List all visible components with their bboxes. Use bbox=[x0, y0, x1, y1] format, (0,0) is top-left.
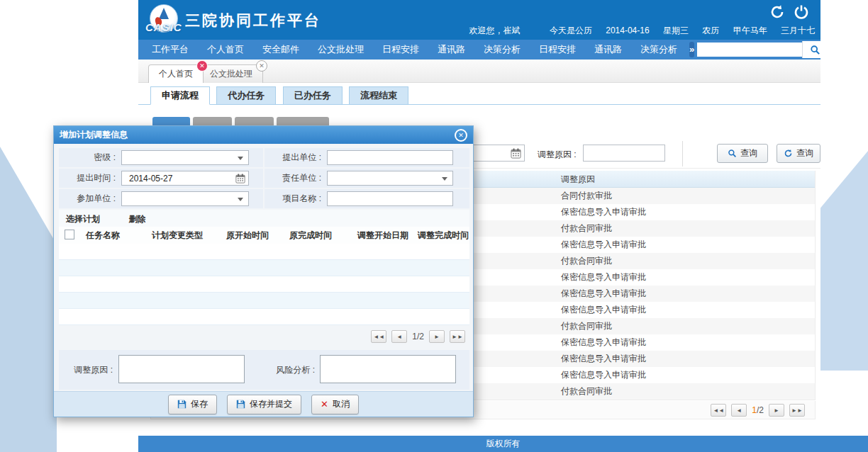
duty-unit-label: 责任单位 : bbox=[265, 172, 327, 184]
footer-copyright: 版权所有 bbox=[138, 436, 868, 452]
main-nav: 工作平台 个人首页 安全邮件 公文批处理 日程安排 通讯路 决策分析 日程安排 … bbox=[138, 40, 820, 60]
col-adjust-start: 调整开始日期 bbox=[357, 230, 408, 242]
first-page-button[interactable]: ◄◄ bbox=[711, 404, 726, 417]
filter-reason-label: 调整原因 : bbox=[538, 149, 577, 161]
dialog-close-icon[interactable]: ✕ bbox=[455, 129, 467, 142]
save-submit-button-label: 保存并提交 bbox=[250, 398, 292, 410]
propose-time-label: 提出时间 : bbox=[59, 172, 121, 184]
tab-apply-flow[interactable]: 申请流程 bbox=[150, 86, 210, 105]
save-button[interactable]: 保存 bbox=[168, 395, 217, 414]
reset-button-label: 查询 bbox=[796, 147, 813, 159]
project-name-input[interactable] bbox=[327, 191, 453, 206]
welcome-user: 欢迎您，崔斌 bbox=[469, 26, 521, 35]
save-and-submit-button[interactable]: 保存并提交 bbox=[227, 395, 301, 414]
search-button[interactable] bbox=[802, 41, 827, 58]
nav-item-personal-home[interactable]: 个人首页 bbox=[198, 40, 253, 60]
tab-flow-finished[interactable]: 流程结束 bbox=[349, 86, 408, 105]
cancel-button-label: 取消 bbox=[333, 398, 350, 410]
tab-todo-tasks[interactable]: 代办任务 bbox=[216, 86, 276, 105]
add-plan-adjustment-dialog: 增加计划调整信息 ✕ 密级 : 提出单位 : 提出时间 : 2014-05-27 bbox=[53, 125, 474, 417]
logo-text: CASIC bbox=[145, 21, 182, 33]
propose-unit-input[interactable] bbox=[327, 150, 453, 165]
select-plan-link[interactable]: 选择计划 bbox=[66, 214, 100, 224]
risk-analysis-label: 风险分析 : bbox=[262, 364, 315, 376]
empty-grid-row bbox=[59, 260, 469, 276]
flow-tab-strip: 申请流程 代办任务 已办任务 流程结束 bbox=[138, 86, 820, 105]
tab-done-tasks[interactable]: 已办任务 bbox=[283, 86, 343, 105]
select-all-checkbox[interactable] bbox=[65, 230, 74, 239]
reset-query-button[interactable]: 查询 bbox=[777, 144, 820, 163]
nav-item-secure-mail[interactable]: 安全邮件 bbox=[253, 40, 308, 60]
settings-button[interactable]: ⚙ 设置 bbox=[837, 38, 857, 62]
nav-item-document-batch[interactable]: 公文批处理 bbox=[308, 40, 373, 60]
field-propose-time: 提出时间 : 2014-05-27 bbox=[59, 169, 263, 188]
settings-label: 设置 bbox=[850, 38, 858, 62]
propose-unit-label: 提出单位 : bbox=[265, 152, 327, 164]
propose-time-date-input[interactable]: 2014-05-27 bbox=[121, 171, 249, 186]
next-page-button[interactable]: ► bbox=[769, 404, 784, 417]
field-join-unit: 参加单位 : bbox=[59, 189, 263, 208]
power-icon[interactable] bbox=[794, 4, 809, 20]
decorative-ribbon-right bbox=[820, 151, 868, 371]
nav-item-contacts-2[interactable]: 通讯路 bbox=[585, 40, 631, 60]
next-page-button[interactable]: ► bbox=[429, 330, 445, 343]
save-floppy-icon bbox=[177, 400, 187, 409]
plan-grid-body bbox=[59, 244, 469, 325]
decorative-ribbon-left bbox=[0, 147, 57, 452]
col-orig-start: 原开始时间 bbox=[226, 230, 269, 242]
cancel-x-icon: ✕ bbox=[321, 400, 328, 409]
delete-link[interactable]: 删除 bbox=[128, 214, 145, 224]
last-page-button[interactable]: ►► bbox=[789, 404, 805, 417]
nav-item-schedule[interactable]: 日程安排 bbox=[373, 40, 428, 60]
close-tab-icon[interactable]: ✕ bbox=[256, 60, 267, 72]
empty-grid-row bbox=[59, 293, 469, 309]
first-page-button[interactable]: ◄◄ bbox=[371, 330, 386, 343]
refresh-icon[interactable] bbox=[769, 4, 785, 20]
query-button[interactable]: 查询 bbox=[717, 144, 768, 163]
top-header: CASIC 三院协同工作平台 欢迎您，崔斌 今天是公历 2014-04-16 星… bbox=[138, 0, 820, 40]
adjust-reason-label: 调整原因 : bbox=[59, 364, 113, 376]
dialog-form: 密级 : 提出单位 : 提出时间 : 2014-05-27 bbox=[59, 148, 469, 208]
last-page-button[interactable]: ►► bbox=[450, 330, 465, 343]
col-adjust-finish: 调整完成时间 bbox=[418, 230, 469, 242]
join-unit-label: 参加单位 : bbox=[59, 193, 121, 205]
window-tab-strip: 个人首页 ✕ 公文批处理 ✕ bbox=[138, 60, 820, 83]
nav-item-decision-analysis[interactable]: 决策分析 bbox=[474, 40, 530, 60]
nav-item-decision-analysis-2[interactable]: 决策分析 bbox=[631, 40, 686, 60]
filter-divider bbox=[682, 141, 683, 166]
dialog-pagination: ◄◄ ◄ 1/2 ► ►► bbox=[59, 327, 469, 346]
search-icon bbox=[810, 45, 820, 55]
prev-page-button[interactable]: ◄ bbox=[731, 404, 747, 417]
lunar-label: 农历 bbox=[702, 26, 719, 35]
prev-page-button[interactable]: ◄ bbox=[391, 330, 407, 343]
search-input[interactable] bbox=[697, 43, 802, 57]
close-tab-icon[interactable]: ✕ bbox=[196, 60, 208, 72]
nav-item-work-platform[interactable]: 工作平台 bbox=[143, 40, 198, 60]
dialog-button-bar: 保存 保存并提交 ✕ 取消 bbox=[54, 391, 473, 417]
nav-more-button[interactable]: » bbox=[689, 42, 694, 57]
col-orig-finish: 原完成时间 bbox=[289, 230, 332, 242]
page: CASIC 三院协同工作平台 欢迎您，崔斌 今天是公历 2014-04-16 星… bbox=[0, 0, 868, 452]
window-tab-document-batch[interactable]: 公文批处理 ✕ bbox=[199, 64, 263, 83]
col-change-type: 计划变更类型 bbox=[152, 230, 203, 242]
duty-unit-select[interactable] bbox=[327, 171, 453, 186]
join-unit-select[interactable] bbox=[121, 191, 249, 206]
page-indicator: 1/2 bbox=[412, 332, 424, 341]
lunar-day: 三月十七 bbox=[781, 26, 815, 35]
window-tab-personal-home[interactable]: 个人首页 ✕ bbox=[148, 64, 204, 83]
welcome-bar: 欢迎您，崔斌 今天是公历 2014-04-16 星期三 农历 甲午马年 三月十七 bbox=[469, 25, 815, 37]
risk-analysis-textarea[interactable] bbox=[320, 355, 456, 383]
adjust-reason-textarea[interactable] bbox=[118, 355, 245, 383]
secret-level-select[interactable] bbox=[121, 150, 249, 165]
nav-item-contacts[interactable]: 通讯路 bbox=[428, 40, 474, 60]
empty-grid-row bbox=[59, 244, 469, 260]
save-button-label: 保存 bbox=[191, 398, 208, 410]
nav-item-schedule-2[interactable]: 日程安排 bbox=[530, 40, 585, 60]
cancel-button[interactable]: ✕ 取消 bbox=[311, 395, 359, 414]
filter-reason-input[interactable] bbox=[583, 145, 665, 162]
search-icon bbox=[728, 149, 737, 158]
total-pages: /2 bbox=[757, 405, 764, 415]
lunar-year: 甲午马年 bbox=[733, 26, 767, 35]
empty-grid-row bbox=[59, 309, 469, 325]
app-title: 三院协同工作平台 bbox=[185, 11, 321, 30]
